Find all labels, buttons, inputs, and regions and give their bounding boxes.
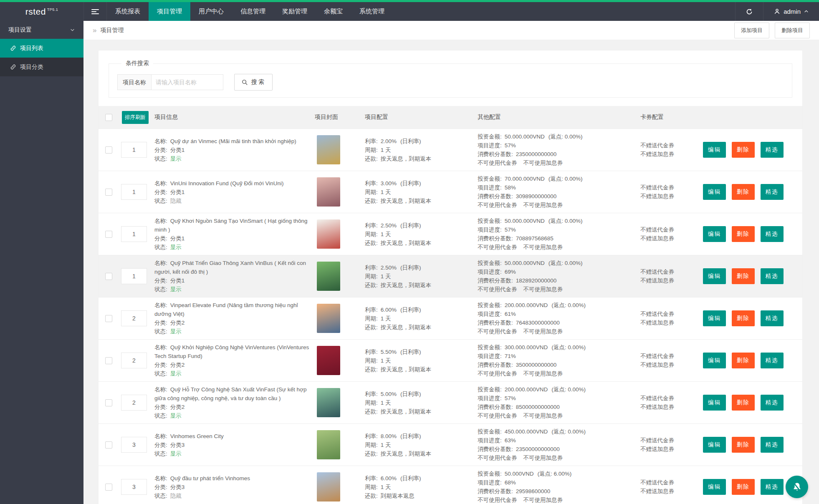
sort-order-input[interactable]	[121, 184, 147, 200]
sort-order-input[interactable]	[121, 226, 147, 242]
points-base-value: 29598600000	[516, 488, 551, 494]
invest-value: 200.000.000VND	[505, 302, 548, 308]
repay-value: 按天返息，到期返本	[381, 156, 432, 162]
repay-value: 按天返息，到期返本	[381, 324, 432, 330]
voucher-usage-flag: 不可使用代金券	[478, 328, 517, 335]
edit-button[interactable]: 编辑	[703, 395, 726, 411]
repay-label: 还款:	[365, 493, 378, 499]
sort-order-input[interactable]	[121, 479, 147, 495]
edit-button[interactable]: 编辑	[703, 268, 726, 284]
sort-order-input[interactable]	[121, 395, 147, 411]
feature-button[interactable]: 精选	[761, 142, 784, 158]
search-panel-legend: 条件搜索	[121, 60, 153, 67]
repay-value: 按天返息，到期返本	[381, 366, 432, 373]
edit-button[interactable]: 编辑	[703, 310, 726, 326]
edit-button[interactable]: 编辑	[703, 437, 726, 453]
top-nav-item[interactable]: 信息管理	[232, 2, 274, 21]
feature-button[interactable]: 精选	[761, 226, 784, 242]
feature-button[interactable]: 精选	[761, 437, 784, 453]
project-category: 分类2	[170, 404, 185, 410]
progress-label: 项目进度:	[478, 311, 502, 317]
repay-value: 到期返本返息	[381, 493, 415, 499]
user-menu[interactable]: admin	[763, 2, 819, 21]
feature-button[interactable]: 精选	[761, 479, 784, 495]
row-checkbox[interactable]	[105, 231, 112, 238]
project-name-input[interactable]	[152, 74, 223, 90]
delete-button[interactable]: 删除	[732, 268, 755, 284]
feature-button[interactable]: 精选	[761, 310, 784, 326]
sort-order-input[interactable]	[121, 437, 147, 453]
row-checkbox[interactable]	[105, 399, 112, 406]
project-name: Quỹ Phát Triển Giao Thông Xanh VinBus ( …	[154, 260, 306, 275]
sort-order-input[interactable]	[121, 268, 147, 284]
top-nav-item[interactable]: 用户中心	[190, 2, 232, 21]
interest-coupon-usage-flag: 不可使用加息券	[523, 497, 563, 503]
sort-order-input[interactable]	[121, 142, 147, 158]
invest-value: 50.000.000VND	[505, 134, 545, 140]
voucher-gift-flag: 不赠送代金券	[640, 311, 674, 317]
rate-note: (日利率)	[400, 265, 421, 271]
row-checkbox[interactable]	[105, 441, 112, 449]
row-checkbox[interactable]	[105, 484, 112, 491]
category-label: 分类:	[154, 147, 167, 153]
repay-value: 按天返息，到期返本	[381, 451, 432, 457]
delete-button[interactable]: 删除	[732, 395, 755, 411]
points-base-value: 76483000000000	[516, 320, 560, 326]
project-category: 分类1	[170, 277, 185, 284]
edit-button[interactable]: 编辑	[703, 142, 726, 158]
rate-note: (日利率)	[400, 433, 421, 439]
delete-button[interactable]: 删除	[732, 184, 755, 200]
project-cover-image	[317, 177, 340, 207]
invest-note: (返点: 0.00%)	[551, 428, 586, 435]
sidebar-item[interactable]: 项目分类	[0, 58, 83, 76]
rate-note: (日利率)	[400, 222, 421, 229]
refresh-button[interactable]	[735, 2, 763, 21]
period-value: 1 天	[381, 315, 391, 322]
sidebar-item[interactable]: 项目列表	[0, 39, 83, 58]
delete-project-button[interactable]: 删除项目	[775, 23, 810, 38]
top-nav-item[interactable]: 系统报表	[107, 2, 149, 21]
invest-label: 投资金额:	[478, 386, 502, 393]
delete-button[interactable]: 删除	[732, 226, 755, 242]
sort-refresh-button[interactable]: 排序刷新	[122, 111, 149, 124]
invest-value: 450.000.000VND	[505, 428, 548, 435]
progress-value: 61%	[505, 311, 516, 317]
add-project-button[interactable]: 添加项目	[734, 23, 769, 38]
repay-value: 按天返息，到期返本	[381, 282, 432, 288]
row-checkbox[interactable]	[105, 315, 112, 322]
delete-button[interactable]: 删除	[732, 437, 755, 453]
row-checkbox[interactable]	[105, 146, 112, 154]
delete-button[interactable]: 删除	[732, 310, 755, 326]
feature-button[interactable]: 精选	[761, 184, 784, 200]
menu-toggle-button[interactable]	[83, 2, 107, 21]
points-base-label: 消费积分基数:	[478, 488, 513, 494]
sort-order-input[interactable]	[121, 353, 147, 368]
search-button[interactable]: 搜索	[234, 74, 273, 91]
row-checkbox[interactable]	[105, 357, 112, 364]
top-nav-item[interactable]: 余额宝	[316, 2, 351, 21]
feature-button[interactable]: 精选	[761, 395, 784, 411]
top-nav-item[interactable]: 项目管理	[149, 2, 190, 21]
rate-value: 5.00%	[381, 391, 397, 397]
feature-button[interactable]: 精选	[761, 268, 784, 284]
top-nav-item[interactable]: 奖励管理	[274, 2, 316, 21]
edit-button[interactable]: 编辑	[703, 479, 726, 495]
delete-button[interactable]: 删除	[732, 353, 755, 368]
table-body: 名称:Quỹ dự án Vinmec (Mãi mãi tinh thần k…	[99, 129, 802, 504]
search-button-label: 搜索	[251, 78, 265, 86]
notification-mute-fab[interactable]	[786, 476, 808, 498]
top-nav-item[interactable]: 系统管理	[351, 2, 393, 21]
delete-button[interactable]: 删除	[732, 479, 755, 495]
sidebar-section-project-settings[interactable]: 项目设置	[0, 21, 83, 39]
edit-button[interactable]: 编辑	[703, 353, 726, 368]
points-base-label: 消费积分基数:	[478, 362, 513, 368]
sort-order-input[interactable]	[121, 310, 147, 326]
period-value: 1 天	[381, 273, 391, 280]
feature-button[interactable]: 精选	[761, 353, 784, 368]
select-all-checkbox[interactable]	[105, 114, 112, 121]
edit-button[interactable]: 编辑	[703, 226, 726, 242]
delete-button[interactable]: 删除	[732, 142, 755, 158]
edit-button[interactable]: 编辑	[703, 184, 726, 200]
row-checkbox[interactable]	[105, 273, 112, 280]
row-checkbox[interactable]	[105, 189, 112, 196]
